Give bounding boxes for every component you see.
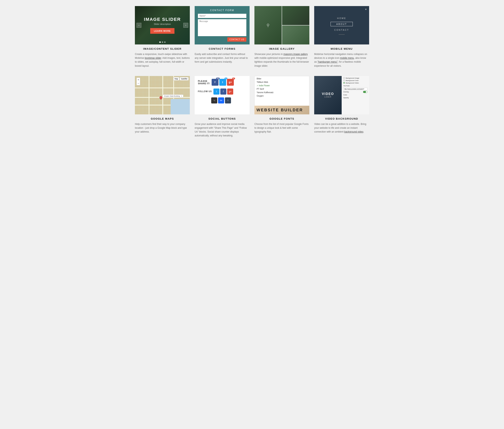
map-preview-image: Map Satellite + − Empire State Bui (135, 76, 190, 114)
vr-overlay-toggle[interactable] (363, 91, 367, 93)
font-bitter[interactable]: Bitter (255, 77, 309, 80)
map-zoom-in[interactable]: + (137, 78, 140, 81)
card-title-gallery: IMAGE GALLERY (254, 47, 309, 50)
card-image-gallery: ⚲ IMAGE GALLERY Showcase your pictures i… (254, 6, 309, 68)
map-tooltip: Empire State Building × (163, 95, 183, 98)
card-desc-contact-forms: Easily add subscribe and contact forms w… (195, 52, 250, 64)
cf-name-input[interactable] (198, 14, 246, 18)
slider-learn-more-button[interactable]: LEARN MORE (150, 28, 174, 34)
cf-submit-button[interactable]: CONTACT US (227, 37, 246, 42)
follow-facebook-button[interactable]: f (220, 89, 226, 95)
card-google-maps: Map Satellite + − Empire State Bui (135, 76, 190, 138)
font-pt-serif[interactable]: PT Serif (255, 87, 309, 91)
video-label-area: VIDEO LIDER (322, 92, 334, 98)
share-buttons: f 102 t 19 g+ 47 (212, 79, 234, 86)
card-desc-gallery: Showcase your pictures in masonry image … (254, 52, 309, 68)
fonts-preview-bg: Bitter Titillium Web Indie Flower PT Ser… (254, 76, 309, 114)
card-video-background: VIDEO LIDER Background Image Background … (314, 76, 369, 138)
follow-github-button[interactable]: ⌥ (211, 97, 217, 103)
gallery-cell-3 (282, 26, 309, 45)
mm-item-about[interactable]: ABOUT (330, 22, 353, 26)
cf-message-input[interactable] (198, 19, 246, 36)
card-desc-video: Video can be a great addition to a websi… (314, 122, 369, 134)
map-tooltip-close[interactable]: × (181, 95, 182, 97)
vr-youtube-input[interactable] (343, 88, 367, 90)
card-title-fonts: GOOGLE FONTS (254, 117, 309, 120)
follow-behance-button[interactable]: Bē (218, 97, 224, 103)
font-list: Bitter Titillium Web Indie Flower PT Ser… (254, 76, 309, 109)
gallery-preview-bg: ⚲ (254, 6, 309, 45)
follow-googleplus-button[interactable]: g+ (227, 89, 233, 95)
card-google-fonts: Bitter Titillium Web Indie Flower PT Ser… (254, 76, 309, 138)
card-contact-forms: CONTACT FORM CONTACT US CONTACT FORMS Ea… (195, 6, 250, 68)
gallery-desc-2: with mobile-optimized responsive grid. I… (254, 57, 309, 67)
font-titillium[interactable]: Titillium Web (255, 80, 309, 84)
gp-icon: g+ (229, 81, 232, 84)
mobile-menu-close-icon[interactable]: × (365, 8, 367, 11)
link-background-video[interactable]: background video (344, 130, 364, 133)
gallery-search-icon: ⚲ (267, 23, 269, 28)
card-title-video: VIDEO BACKGROUND (314, 117, 369, 120)
slider-nav-left[interactable]: ‹ (137, 23, 141, 28)
share-googleplus-button[interactable]: g+ 47 (227, 79, 234, 86)
card-desc-social: Grow your audience and improve social me… (195, 122, 250, 138)
map-tool-map[interactable]: Map (173, 77, 179, 80)
vr-color-label: Color (343, 94, 367, 96)
slider-dots (159, 41, 165, 43)
follow-tumblr-button[interactable]: t (225, 97, 231, 103)
map-marker-pin (159, 96, 163, 100)
vr-youtube-label: YouTube (343, 85, 367, 87)
link-bootstrap-slider[interactable]: bootstrap slider (145, 57, 161, 59)
card-title-contact-forms: CONTACT FORMS (195, 47, 250, 50)
follow-twitter-button[interactable]: t (213, 89, 219, 95)
font-yanone[interactable]: Yanone Kaffeesatz (255, 91, 309, 94)
mobile-menu-preview-image: × HOME ABOUT CONTACT (314, 6, 369, 45)
dot-2 (162, 41, 163, 43)
gallery-preview-image: ⚲ (254, 6, 309, 45)
mm-item-contact[interactable]: CONTACT (334, 28, 349, 32)
tw-icon: t (222, 81, 223, 84)
page-wrapper: ‹ IMAGE SLIDER Slider description LEARN … (131, 0, 373, 152)
vr-label-bg-video: Background Video (346, 82, 359, 84)
social-preview-bg: PLEASESHARE IT! f 102 t 19 g+ (195, 76, 250, 114)
share-facebook-button[interactable]: f 102 (212, 79, 218, 86)
map-tool-satellite[interactable]: Satellite (180, 77, 189, 80)
card-image-slider: ‹ IMAGE SLIDER Slider description LEARN … (135, 6, 190, 68)
vr-option-bg-color: Background Color (343, 80, 367, 81)
fb-count: 102 (216, 78, 220, 80)
map-zoom-out[interactable]: − (137, 81, 140, 85)
mm-item-home[interactable]: HOME (337, 16, 346, 20)
cf-title: CONTACT FORM (198, 9, 246, 12)
slider-nav-right[interactable]: › (183, 23, 188, 28)
card-social-buttons: PLEASESHARE IT! f 102 t 19 g+ (195, 76, 250, 138)
vr-radio-bg-color[interactable] (343, 80, 345, 81)
share-twitter-button[interactable]: t 19 (219, 79, 226, 86)
video-preview-bg: VIDEO LIDER Background Image Background … (314, 76, 369, 114)
slider-preview-bg: ‹ IMAGE SLIDER Slider description LEARN … (135, 6, 190, 45)
vr-opacity-label: Opacity (343, 97, 367, 98)
video-sub-label: LIDER (322, 96, 334, 98)
follow-row-2: ⌥ Bē t (198, 97, 246, 103)
font-indie-flower[interactable]: Indie Flower (255, 84, 309, 87)
link-hamburger-menu[interactable]: "hamburger menu" (317, 60, 338, 63)
mobile-menu-preview-bg: × HOME ABOUT CONTACT (314, 6, 369, 45)
vr-label-bg-color: Background Color (346, 80, 359, 81)
contact-form-preview-bg: CONTACT FORM CONTACT US (195, 6, 250, 45)
vr-radio-bg-image[interactable] (343, 77, 345, 79)
font-oxygen[interactable]: Oxygen (255, 94, 309, 98)
link-mobile-menu[interactable]: mobile menu (340, 57, 354, 59)
slider-preview-image: ‹ IMAGE SLIDER Slider description LEARN … (135, 6, 190, 45)
video-desc-2: . (364, 130, 364, 133)
vr-overlay-row: Overlay (343, 91, 367, 93)
card-mobile-menu: × HOME ABOUT CONTACT MOBILE MENU Mobiris… (314, 6, 369, 68)
card-title-maps: GOOGLE MAPS (135, 117, 190, 120)
card-desc-maps: Help customers find their way to your co… (135, 122, 190, 134)
video-main-label: VIDEO (322, 92, 334, 96)
card-desc-fonts: Choose from the list of most popular Goo… (254, 122, 309, 134)
gp-count: 47 (232, 78, 235, 80)
link-masonry-gallery[interactable]: masonry image gallery (283, 53, 308, 55)
font-preview-text: WEBSITE BUILDER (256, 108, 307, 112)
vr-radio-bg-video[interactable] (343, 82, 345, 84)
share-label: PLEASESHARE IT! (198, 80, 210, 85)
mm-divider (339, 34, 345, 35)
